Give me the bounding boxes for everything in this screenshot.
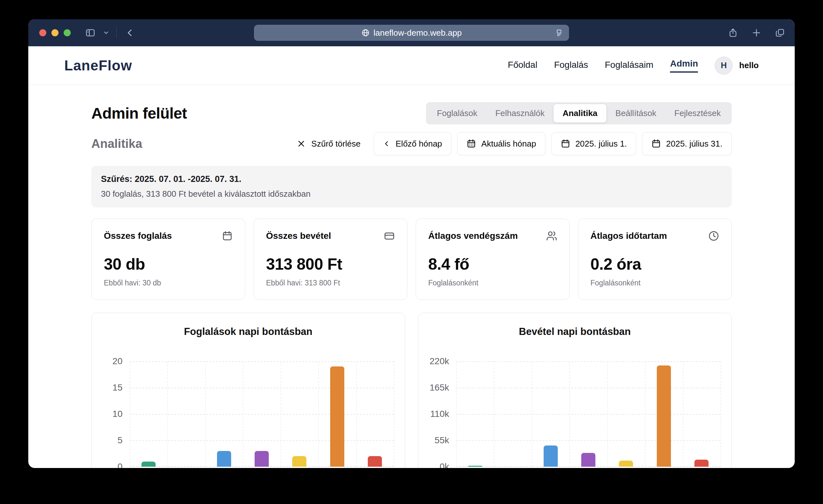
stat-card-osszes-foglalas: Összes foglalás 30 db Ebből havi: 30 db: [91, 218, 245, 300]
stat-card-osszes-bevetel: Összes bevétel 313 800 Ft Ebből havi: 31…: [254, 218, 407, 300]
browser-chrome: laneflow-demo.web.app: [28, 19, 795, 46]
filter-summary-totals: 30 foglalás, 313 800 Ft bevétel a kivála…: [101, 189, 722, 199]
calendar-days-icon: [467, 139, 476, 149]
stat-card-atlagos-idotartam: Átlagos időtartam 0.2 óra Foglalásonként: [578, 218, 732, 300]
y-axis-tick-label: 5: [117, 435, 123, 446]
calendar-icon: [222, 230, 233, 241]
y-gridline: [456, 361, 720, 362]
address-bar[interactable]: laneflow-demo.web.app: [254, 25, 569, 41]
tab-beallitasok[interactable]: Beállítások: [606, 104, 665, 123]
stat-subtext: Foglalásonként: [591, 279, 719, 287]
date-to-button[interactable]: 2025. július 31.: [642, 132, 732, 155]
x-gridline: [532, 361, 532, 467]
prev-month-button[interactable]: Előző hónap: [373, 132, 452, 155]
y-axis-tick-label: 20: [113, 356, 123, 366]
clock-icon: [708, 230, 719, 241]
share-icon[interactable]: [728, 28, 738, 38]
x-gridline: [456, 361, 457, 467]
date-from-button[interactable]: 2025. július 1.: [551, 132, 636, 155]
page-format-icon[interactable]: [555, 29, 563, 37]
nav-links: Főoldal Foglalás Foglalásaim Admin H hel…: [508, 56, 759, 74]
nav-item-foglalas[interactable]: Foglalás: [554, 60, 588, 71]
chrome-divider: [116, 27, 117, 38]
y-gridline: [130, 361, 394, 362]
laneflow-logo[interactable]: LaneFlow: [64, 57, 132, 73]
x-gridline: [318, 361, 319, 467]
minimize-window-button[interactable]: [51, 29, 58, 36]
clear-filter-button[interactable]: Szűrő törlése: [290, 132, 367, 155]
stat-value: 8.4 fő: [428, 255, 557, 274]
back-button[interactable]: [125, 28, 135, 38]
y-axis-tick-label: 10: [113, 409, 123, 419]
avatar[interactable]: H: [715, 56, 733, 74]
y-gridline: [456, 388, 720, 388]
bar-Vasárnap[interactable]: [694, 460, 708, 467]
tab-analitika[interactable]: Analitika: [553, 104, 606, 123]
tab-foglalasok[interactable]: Foglalások: [428, 104, 486, 123]
stat-subtext: Ebből havi: 30 db: [104, 279, 233, 287]
y-axis-tick-label: 165k: [430, 382, 449, 393]
chevron-down-icon[interactable]: [103, 30, 109, 36]
bar-Szerda[interactable]: [217, 451, 231, 467]
stat-title: Átlagos vendégszám: [428, 231, 518, 241]
new-tab-icon[interactable]: [752, 28, 761, 38]
stat-value: 313 800 Ft: [266, 255, 395, 274]
bookings-bar-chart: 05101520HétfőKeddSzerdaCsütörtökPéntekSz…: [130, 361, 394, 467]
stat-title: Átlagos időtartam: [591, 231, 667, 241]
users-icon: [546, 230, 557, 241]
filter-summary: Szűrés: 2025. 07. 01. -2025. 07. 31. 30 …: [91, 166, 732, 207]
x-gridline: [167, 361, 168, 467]
nav-item-foglalasaim[interactable]: Foglalásaim: [605, 60, 653, 71]
x-gridline: [394, 361, 394, 467]
y-gridline: [130, 388, 394, 388]
stat-value: 0.2 óra: [591, 255, 719, 274]
y-gridline: [130, 440, 394, 441]
chevron-left-icon: [383, 140, 390, 148]
tab-felhasznalok[interactable]: Felhasználók: [486, 104, 553, 123]
stat-value: 30 db: [104, 255, 233, 274]
x-gridline: [569, 361, 570, 467]
bar-Szombat[interactable]: [657, 365, 671, 467]
y-gridline: [456, 440, 720, 441]
tab-fejlesztesek[interactable]: Fejlesztések: [665, 104, 730, 123]
bookings-chart-card: Foglalások napi bontásban 05101520HétfőK…: [91, 313, 405, 468]
filter-summary-range: Szűrés: 2025. 07. 01. -2025. 07. 31.: [101, 174, 722, 184]
x-gridline: [720, 361, 721, 467]
bar-Hétfő[interactable]: [468, 466, 482, 467]
current-month-button[interactable]: Aktuális hónap: [457, 132, 545, 155]
bar-Csütörtök[interactable]: [255, 451, 269, 467]
sidebar-toggle-icon[interactable]: [85, 27, 96, 38]
globe-icon: [361, 29, 370, 37]
close-window-button[interactable]: [39, 29, 46, 36]
stat-title: Összes foglalás: [104, 231, 172, 241]
credit-card-icon: [384, 230, 395, 241]
admin-tabs: Foglalások Felhasználók Analitika Beállí…: [426, 102, 732, 124]
revenue-bar-chart: 0k55k110k165k220kHétfőKeddSzerdaCsütörtö…: [456, 361, 720, 467]
nav-item-admin[interactable]: Admin: [670, 58, 698, 72]
y-axis-tick-label: 110k: [430, 409, 449, 419]
bar-Hétfő[interactable]: [142, 462, 156, 467]
user-menu[interactable]: H hello: [715, 56, 759, 74]
stat-subtext: Foglalásonként: [428, 279, 557, 287]
browser-window: laneflow-demo.web.app LaneFlow Főoldal F…: [28, 19, 795, 468]
bar-Csütörtök[interactable]: [581, 453, 596, 467]
y-axis-tick-label: 15: [113, 382, 123, 393]
nav-item-fooldal[interactable]: Főoldal: [508, 60, 537, 71]
x-gridline: [205, 361, 206, 467]
y-axis-tick-label: 55k: [435, 435, 449, 446]
x-gridline: [130, 361, 130, 467]
bar-Péntek[interactable]: [619, 461, 633, 467]
bar-Szerda[interactable]: [544, 446, 558, 467]
stat-card-atlagos-vendegszam: Átlagos vendégszám 8.4 fő Foglalásonként: [416, 218, 570, 300]
bar-Péntek[interactable]: [292, 456, 306, 467]
bar-Szombat[interactable]: [330, 366, 344, 467]
bar-Vasárnap[interactable]: [368, 456, 382, 467]
y-axis-tick-label: 0k: [440, 462, 449, 468]
tab-overview-icon[interactable]: [775, 28, 785, 38]
section-title: Analitika: [91, 137, 142, 151]
stat-title: Összes bevétel: [266, 231, 331, 241]
zoom-window-button[interactable]: [64, 29, 71, 36]
page-title: Admin felület: [91, 105, 187, 122]
site-header: LaneFlow Főoldal Foglalás Foglalásaim Ad…: [28, 46, 795, 85]
y-gridline: [456, 414, 720, 414]
